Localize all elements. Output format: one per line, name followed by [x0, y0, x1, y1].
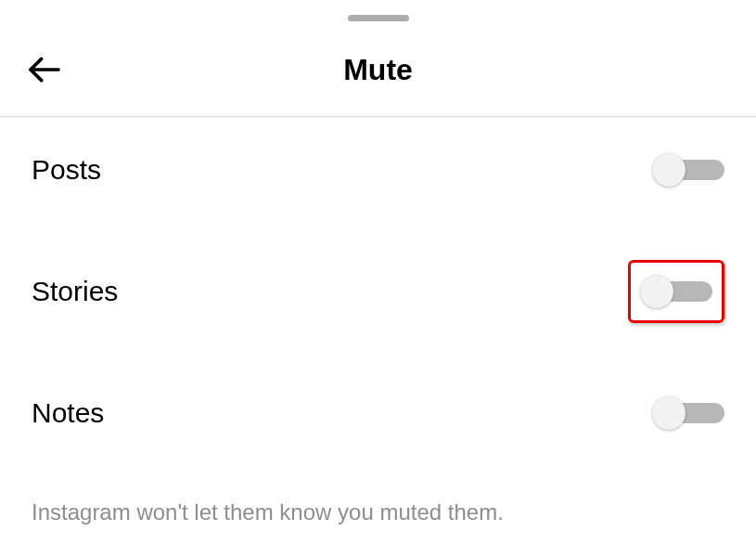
footer-note: Instagram won't let them know you muted … — [0, 466, 756, 525]
drag-handle[interactable] — [348, 15, 409, 21]
toggle-thumb — [640, 275, 673, 308]
setting-label-notes: Notes — [32, 397, 104, 429]
arrow-left-icon — [26, 51, 63, 88]
setting-row-stories: Stories — [32, 223, 724, 360]
highlight-annotation — [628, 260, 724, 323]
setting-row-notes: Notes — [32, 360, 724, 466]
toggle-posts[interactable] — [652, 156, 724, 184]
toggle-stories[interactable] — [640, 278, 712, 305]
page-title: Mute — [343, 53, 413, 87]
setting-label-posts: Posts — [32, 154, 101, 186]
toggle-thumb — [652, 396, 686, 430]
setting-row-posts: Posts — [32, 117, 724, 223]
toggle-notes[interactable] — [652, 399, 724, 427]
back-button[interactable] — [24, 49, 65, 90]
setting-label-stories: Stories — [32, 276, 118, 307]
settings-list: Posts Stories Notes — [0, 117, 756, 466]
mute-settings-sheet: Mute Posts Stories Notes — [0, 15, 756, 557]
header: Mute — [0, 21, 756, 117]
toggle-thumb — [652, 153, 686, 187]
